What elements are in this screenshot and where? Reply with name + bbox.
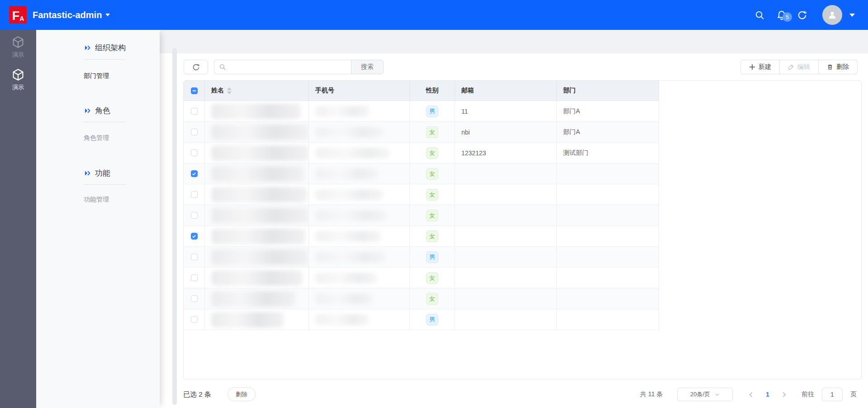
column-label: 性别	[426, 86, 439, 95]
email-cell	[455, 268, 557, 288]
chevron-left-icon	[748, 392, 754, 398]
bell-icon: 5	[776, 10, 787, 20]
email-cell: 11	[455, 101, 557, 122]
plus-icon	[749, 64, 755, 70]
chevron-down-icon	[849, 14, 855, 17]
table-row: 女	[184, 184, 861, 205]
table-row: 女	[184, 226, 861, 247]
dept-cell	[557, 163, 659, 184]
delete-button[interactable]: 删除	[819, 60, 858, 74]
search-input[interactable]	[230, 63, 346, 71]
phone-cell	[309, 101, 410, 122]
row-checkbox[interactable]	[191, 191, 198, 198]
blurred-phone	[315, 252, 386, 263]
row-checkbox[interactable]	[191, 316, 198, 323]
header-search-button[interactable]	[754, 0, 765, 30]
menu-item-role-management[interactable]: 角色管理	[84, 134, 109, 142]
menu-group-role[interactable]: 角色	[84, 106, 110, 116]
prev-page-button[interactable]	[744, 388, 758, 401]
sidebar-item-demo-1[interactable]: 演示	[0, 35, 36, 59]
goto-page-label: 前往	[802, 390, 814, 398]
dept-cell	[557, 205, 659, 226]
row-checkbox[interactable]	[191, 295, 198, 302]
email-cell	[455, 288, 557, 309]
blurred-phone	[315, 127, 383, 138]
gender-tag: 女	[426, 272, 438, 284]
table-search: 搜索	[214, 60, 384, 74]
row-checkbox[interactable]	[191, 170, 198, 177]
blurred-name	[211, 166, 304, 182]
page-number-1[interactable]: 1	[761, 388, 774, 401]
gender-cell: 男	[410, 101, 455, 122]
sidebar-item-label: 演示	[12, 51, 24, 59]
app-title-dropdown[interactable]: Fantastic-admin	[33, 0, 110, 30]
menu-item-department-management[interactable]: 部门管理	[84, 72, 109, 80]
blurred-phone	[315, 293, 373, 304]
header-name[interactable]: 姓名	[205, 81, 309, 101]
page-size-select[interactable]: 20条/页	[677, 388, 733, 401]
table-row: 男11部门A	[184, 101, 861, 122]
column-label: 姓名	[211, 86, 224, 95]
email-cell	[455, 247, 557, 268]
gender-cell: 男	[410, 309, 455, 330]
new-button-label: 新建	[759, 63, 771, 71]
name-cell	[205, 122, 309, 143]
blurred-name	[211, 145, 308, 161]
notifications-button[interactable]: 5	[776, 0, 787, 30]
row-checkbox[interactable]	[191, 254, 198, 260]
email-cell	[455, 205, 557, 226]
gender-cell: 女	[410, 288, 455, 309]
blurred-phone	[315, 148, 389, 158]
menu-group-function[interactable]: 功能	[84, 168, 110, 178]
secondary-sidebar: 组织架构 部门管理 角色 角色管理 功能 功能管理	[36, 30, 160, 408]
gender-cell: 女	[410, 163, 455, 184]
blurred-name	[211, 125, 308, 140]
new-button[interactable]: 新建	[740, 60, 780, 74]
menu-group-title: 角色	[95, 106, 110, 116]
next-page-button[interactable]	[777, 388, 791, 401]
user-menu-caret[interactable]	[849, 0, 855, 30]
email-cell	[455, 163, 557, 184]
row-checkbox[interactable]	[191, 233, 198, 240]
search-field[interactable]	[214, 60, 351, 74]
row-checkbox[interactable]	[191, 274, 198, 281]
gender-cell: 女	[410, 122, 455, 143]
user-avatar[interactable]	[822, 5, 842, 25]
menu-group-title: 功能	[95, 168, 110, 178]
scrollbar-track[interactable]	[172, 48, 177, 405]
phone-cell	[309, 309, 410, 330]
blurred-name	[211, 250, 308, 265]
refresh-table-button[interactable]	[184, 60, 208, 74]
divider	[84, 59, 126, 60]
phone-cell	[309, 163, 410, 184]
row-checkbox[interactable]	[191, 129, 198, 135]
menu-group-organization[interactable]: 组织架构	[84, 43, 126, 53]
blurred-name	[211, 229, 305, 244]
reload-button[interactable]	[797, 0, 807, 30]
edit-button[interactable]: 编辑	[780, 60, 819, 74]
row-checkbox[interactable]	[191, 212, 198, 219]
phone-cell	[309, 247, 410, 268]
row-checkbox[interactable]	[191, 108, 198, 115]
gender-tag: 女	[426, 293, 438, 305]
name-cell	[205, 309, 309, 330]
batch-delete-button[interactable]: 删除	[228, 387, 256, 401]
search-button[interactable]: 搜索	[351, 60, 384, 74]
dept-cell	[557, 288, 659, 309]
dept-cell	[557, 247, 659, 268]
gender-cell: 女	[410, 226, 455, 247]
blurred-phone	[315, 231, 381, 242]
header-email: 邮箱	[455, 81, 557, 101]
sidebar-item-demo-2[interactable]: 演示	[0, 68, 36, 91]
header-dept: 部门	[557, 81, 659, 101]
goto-page-input[interactable]	[822, 388, 843, 401]
row-checkbox[interactable]	[191, 149, 198, 156]
delete-button-label: 删除	[836, 63, 849, 71]
blurred-phone	[315, 189, 383, 200]
top-header: FA Fantastic-admin 5	[0, 0, 868, 30]
name-cell	[205, 143, 309, 163]
sort-carets-icon[interactable]	[227, 87, 232, 94]
menu-item-function-management[interactable]: 功能管理	[84, 196, 109, 204]
select-all-checkbox[interactable]	[191, 87, 198, 94]
table-action-buttons: 新建 编辑 删除	[740, 60, 858, 74]
